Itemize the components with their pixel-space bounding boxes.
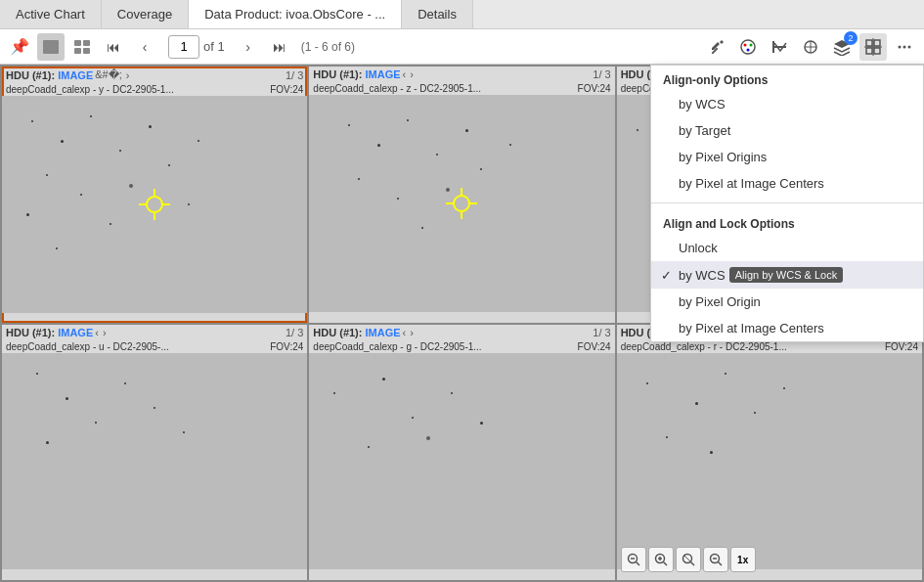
- tab-bar: Active Chart Coverage Data Product: ivoa…: [0, 0, 924, 29]
- stretch-icon: [770, 38, 788, 56]
- align-by-pixel-origins-item[interactable]: by Pixel Origins: [651, 144, 923, 170]
- image-cell-1[interactable]: HDU (#1): IMAGE &#�; › 1/ 3 deepCoadd_ca…: [2, 67, 307, 323]
- svg-rect-16: [874, 40, 880, 46]
- svg-point-22: [903, 45, 906, 48]
- align-lock-by-wcs-item[interactable]: by WCS Align by WCS & Lock: [651, 261, 923, 289]
- prev-page-button[interactable]: ‹: [131, 33, 158, 61]
- svg-point-21: [899, 45, 902, 48]
- image-cell-4[interactable]: HDU (#1): IMAGE ‹ › 1/ 3 deepCoadd_calex…: [2, 325, 307, 581]
- image-cell-6[interactable]: HDU (#1): IMAGE ‹ › 1/ 3 deepCoadd_calex…: [617, 325, 922, 581]
- svg-rect-1: [74, 40, 81, 46]
- single-view-button[interactable]: [37, 33, 65, 61]
- cell-header-2: HDU (#1): IMAGE ‹ › 1/ 3: [309, 67, 614, 82]
- layers-button-wrap: 2: [828, 33, 856, 61]
- page-input[interactable]: [168, 35, 199, 59]
- page-range: (1 - 6 of 6): [301, 40, 355, 54]
- align-lock-section-label: Align and Lock Options: [651, 209, 923, 235]
- zoom-out-icon: [627, 553, 640, 566]
- zoom-fill-icon: [709, 553, 723, 566]
- catalog-button[interactable]: [797, 33, 824, 61]
- svg-point-7: [744, 43, 747, 46]
- color-button[interactable]: [734, 33, 762, 61]
- image-canvas-5: [309, 353, 614, 570]
- svg-rect-0: [43, 40, 59, 54]
- svg-rect-2: [83, 40, 90, 46]
- image-canvas-4: [2, 353, 307, 570]
- stretch-button[interactable]: [766, 33, 793, 61]
- color-icon: [739, 38, 757, 56]
- align-lock-by-pixel-centers-item[interactable]: by Pixel at Image Centers: [651, 315, 923, 341]
- zoom-fill-button[interactable]: [703, 547, 728, 572]
- svg-line-33: [690, 562, 694, 566]
- svg-line-36: [718, 562, 722, 566]
- first-page-button[interactable]: ⏮: [100, 33, 127, 61]
- next-hdu-2[interactable]: ›: [408, 68, 416, 80]
- grid-view-icon: [74, 40, 90, 54]
- wcs-lock-tooltip: Align by WCS & Lock: [729, 267, 844, 283]
- image-canvas-1: [2, 96, 307, 313]
- cell-header-1: HDU (#1): IMAGE &#�; › 1/ 3: [2, 67, 307, 83]
- crosshair-2: [453, 195, 470, 212]
- more-icon: [896, 38, 913, 56]
- zoom-in-button[interactable]: [648, 547, 674, 572]
- svg-rect-11: [772, 41, 774, 53]
- zoom-1x-button[interactable]: 1x: [730, 547, 756, 572]
- unlock-item[interactable]: Unlock: [651, 235, 923, 261]
- cell-info-2: deepCoadd_calexp - z - DC2-2905-1... FOV…: [309, 82, 614, 95]
- more-button[interactable]: [891, 33, 918, 61]
- next-page-button[interactable]: ›: [235, 33, 262, 61]
- svg-rect-17: [866, 48, 872, 54]
- wrench-icon: [708, 38, 726, 56]
- zoom-fit-button[interactable]: [676, 547, 701, 572]
- image-canvas-2: [309, 95, 614, 312]
- svg-rect-18: [874, 48, 880, 54]
- zoom-1x-label: 1x: [737, 555, 748, 565]
- svg-rect-15: [866, 40, 872, 46]
- prev-hdu-1[interactable]: &#�;: [93, 68, 124, 81]
- prev-hdu-2[interactable]: ‹: [401, 68, 409, 80]
- last-page-button[interactable]: ⏭: [266, 33, 293, 61]
- cell-info-5: deepCoadd_calexp - g - DC2-2905-1... FOV…: [309, 340, 614, 353]
- page-of-label: of 1: [203, 39, 225, 54]
- prev-hdu-5[interactable]: ‹: [401, 327, 409, 338]
- align-by-wcs-item[interactable]: by WCS: [651, 91, 923, 117]
- next-hdu-4[interactable]: ›: [101, 327, 109, 338]
- grid-view-button[interactable]: [68, 33, 96, 61]
- align-icon: [864, 38, 882, 56]
- catalog-icon: [802, 38, 819, 56]
- cell-info-1: deepCoadd_calexp - y - DC2-2905-1... FOV…: [2, 83, 307, 96]
- svg-line-30: [663, 562, 667, 566]
- align-by-target-item[interactable]: by Target: [651, 117, 923, 144]
- svg-line-26: [636, 562, 639, 566]
- next-hdu-1[interactable]: ›: [124, 69, 132, 81]
- single-view-icon: [43, 40, 59, 54]
- svg-rect-4: [83, 48, 90, 54]
- svg-point-6: [741, 40, 755, 54]
- dropdown-divider: [651, 202, 923, 203]
- zoom-in-icon: [654, 553, 668, 566]
- tab-data-product[interactable]: Data Product: ivoa.ObsCore - ...: [189, 0, 402, 28]
- tab-coverage[interactable]: Coverage: [102, 0, 189, 28]
- toolbar: 📌 ⏮ ‹ of 1 › ⏭ (1 - 6 of 6): [0, 29, 924, 65]
- cell-header-5: HDU (#1): IMAGE ‹ › 1/ 3: [309, 325, 614, 340]
- main-area: HDU (#1): IMAGE &#�; › 1/ 3 deepCoadd_ca…: [0, 65, 924, 582]
- align-only-section-label: Align-only Options: [651, 66, 923, 91]
- layers-badge: 2: [844, 31, 858, 45]
- image-cell-5[interactable]: HDU (#1): IMAGE ‹ › 1/ 3 deepCoadd_calex…: [309, 325, 614, 581]
- align-lock-by-pixel-origin-item[interactable]: by Pixel Origin: [651, 289, 923, 315]
- align-dropdown: Align-only Options by WCS by Target by P…: [650, 65, 924, 342]
- svg-point-9: [747, 48, 750, 51]
- align-button[interactable]: [859, 33, 887, 61]
- tab-active-chart[interactable]: Active Chart: [0, 0, 102, 28]
- crosshair-1: [146, 196, 163, 213]
- align-by-pixel-centers-item[interactable]: by Pixel at Image Centers: [651, 170, 923, 197]
- image-canvas-6: [617, 353, 922, 570]
- prev-hdu-4[interactable]: ‹: [93, 327, 101, 338]
- pin-button[interactable]: 📌: [6, 33, 33, 61]
- image-cell-2[interactable]: HDU (#1): IMAGE ‹ › 1/ 3 deepCoadd_calex…: [309, 67, 614, 323]
- tab-details[interactable]: Details: [402, 0, 473, 28]
- zoom-out-button[interactable]: [621, 547, 646, 572]
- tools-button[interactable]: [703, 33, 730, 61]
- next-hdu-5[interactable]: ›: [408, 327, 416, 338]
- page-control: of 1: [168, 35, 225, 59]
